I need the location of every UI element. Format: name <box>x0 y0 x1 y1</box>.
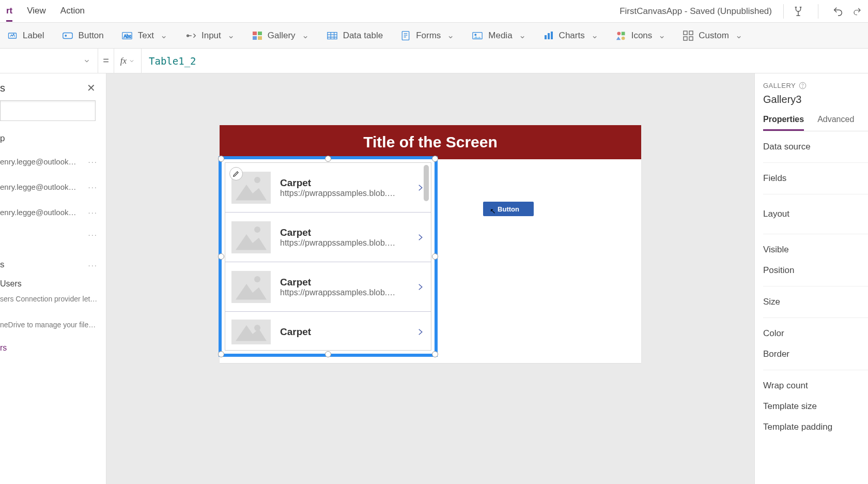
svg-point-17 <box>617 32 621 35</box>
divider <box>818 4 818 19</box>
connector-users-title[interactable]: Users <box>0 275 101 294</box>
gallery-row[interactable]: Carpet https://pwrappssamples.blob.core. <box>225 213 431 262</box>
ribbon-media[interactable]: Media ⌄ <box>472 30 525 41</box>
menu-action[interactable]: Action <box>60 1 85 22</box>
left-panel-search[interactable] <box>0 100 96 121</box>
gallery-item-sub: https://pwrappssamples.blob.core. <box>280 288 399 297</box>
ribbon-text[interactable]: Abc Text ⌄ <box>121 30 167 41</box>
more-icon[interactable]: ··· <box>88 157 98 166</box>
more-icon[interactable]: ··· <box>88 230 98 239</box>
ribbon-custom-text: Custom <box>699 31 729 41</box>
left-data-panel: s ✕ p enry.legge@outlook.com··· enry.leg… <box>0 73 106 484</box>
prop-size[interactable]: Size <box>763 286 868 318</box>
gallery-item-title: Carpet <box>280 277 406 288</box>
gallery-selected[interactable]: Carpet https://pwrappssamples.blob.core.… <box>219 156 438 357</box>
ribbon-input-text: Input <box>202 31 221 41</box>
svg-rect-22 <box>684 37 687 40</box>
more-icon[interactable]: ··· <box>88 208 98 217</box>
ribbon-forms-text: Forms <box>416 31 441 41</box>
gallery-item-sub: https://pwrappssamples.blob.core. <box>280 238 399 248</box>
ribbon-gallery[interactable]: Gallery ⌄ <box>252 30 309 41</box>
gallery-scrollbar[interactable] <box>424 165 429 201</box>
app-checker-icon[interactable] <box>789 2 808 21</box>
ribbon-input[interactable]: Input ⌄ <box>185 30 235 41</box>
gallery-item-title: Carpet <box>280 177 406 189</box>
redo-icon[interactable] <box>853 2 862 21</box>
prop-template-padding[interactable]: Template padding <box>763 417 868 437</box>
gallery-row[interactable]: Carpet https://pwrappssamples.blob.core. <box>225 163 431 213</box>
svg-point-19 <box>622 36 625 40</box>
formula-bar: = fx Table1_2 <box>0 49 868 73</box>
gallery-item-title: Carpet <box>280 227 406 238</box>
chevron-down-icon: ⌄ <box>160 30 167 41</box>
prop-template-size[interactable]: Template size <box>763 396 868 417</box>
more-icon[interactable]: ··· <box>88 183 98 191</box>
pencil-icon[interactable] <box>229 167 243 180</box>
chevron-down-icon: ⌄ <box>591 30 598 41</box>
prop-position[interactable]: Position <box>763 260 868 286</box>
undo-icon[interactable] <box>829 2 847 21</box>
ribbon-icons-text: Icons <box>631 31 653 41</box>
svg-rect-21 <box>689 31 693 35</box>
app-menubar: rt View Action FirstCanvasApp - Saved (U… <box>0 0 868 23</box>
connector-users-sub: sers Connection provider lets you ... <box>0 294 98 312</box>
prop-fields[interactable]: Fields <box>763 163 868 194</box>
formula-input[interactable]: Table1_2 <box>142 49 868 73</box>
app-screen[interactable]: Title of the Screen Button <box>220 125 641 363</box>
list-item[interactable]: enry.legge@outlook.com <box>0 183 78 191</box>
fx-label: fx <box>120 56 127 66</box>
prop-layout[interactable]: Layout <box>763 194 868 234</box>
gallery-item-title: Carpet <box>280 326 406 338</box>
canvas-area[interactable]: Title of the Screen Button <box>106 73 754 484</box>
left-group-1-title: p <box>0 130 101 149</box>
left-group-2-title: s <box>0 260 5 270</box>
chevron-right-icon[interactable] <box>415 280 425 294</box>
prop-data-source[interactable]: Data source <box>763 131 868 163</box>
tab-advanced[interactable]: Advanced <box>817 112 854 131</box>
chevron-right-icon[interactable] <box>415 231 425 244</box>
ribbon-label[interactable]: Label <box>7 31 44 41</box>
image-placeholder-icon <box>231 320 271 344</box>
svg-rect-15 <box>548 33 550 39</box>
ribbon-forms[interactable]: Forms ⌄ <box>400 30 454 41</box>
property-selector[interactable] <box>0 49 98 73</box>
ribbon-button[interactable]: Button <box>62 31 104 41</box>
ribbon-datatable[interactable]: Data table <box>327 31 383 41</box>
chevron-down-icon: ⌄ <box>519 30 526 41</box>
ribbon-text-text: Text <box>138 31 154 41</box>
prop-border[interactable]: Border <box>763 344 868 370</box>
close-icon[interactable]: ✕ <box>87 82 96 94</box>
equals-sign: = <box>98 55 114 67</box>
tab-properties[interactable]: Properties <box>763 112 804 131</box>
list-item[interactable]: enry.legge@outlook.com <box>0 208 78 217</box>
ribbon-custom[interactable]: Custom ⌄ <box>683 30 742 41</box>
ribbon-charts[interactable]: Charts ⌄ <box>544 30 598 41</box>
help-icon[interactable] <box>799 82 807 89</box>
list-item[interactable]: enry.legge@outlook.com <box>0 157 78 166</box>
gallery-row[interactable]: Carpet https://pwrappssamples.blob.core. <box>225 262 431 312</box>
chevron-down-icon: ⌄ <box>658 30 665 41</box>
chevron-down-icon: ⌄ <box>447 30 454 41</box>
chevron-down-icon: ⌄ <box>735 30 742 41</box>
chevron-right-icon[interactable] <box>415 325 425 339</box>
properties-panel: GALLERY Gallery3 Properties Advanced Dat… <box>754 73 868 484</box>
ribbon-label-text: Label <box>23 31 44 41</box>
ribbon-icons[interactable]: Icons ⌄ <box>616 30 666 41</box>
svg-point-2 <box>65 35 66 36</box>
control-name[interactable]: Gallery3 <box>763 94 868 105</box>
left-panel-link[interactable]: rs <box>0 338 101 358</box>
prop-wrap-count[interactable]: Wrap count <box>763 370 868 396</box>
menu-insert[interactable]: rt <box>6 1 12 22</box>
gallery-row[interactable]: Carpet <box>225 312 431 351</box>
menu-view[interactable]: View <box>27 1 46 22</box>
canvas-button[interactable]: Button <box>483 202 534 216</box>
image-placeholder-icon <box>231 271 271 303</box>
control-type-label: GALLERY <box>763 82 868 89</box>
more-icon[interactable]: ··· <box>88 261 98 269</box>
gallery-item-sub: https://pwrappssamples.blob.core. <box>280 189 399 198</box>
prop-visible[interactable]: Visible <box>763 234 868 260</box>
fx-button[interactable]: fx <box>114 49 142 73</box>
left-panel-title: s <box>0 82 5 94</box>
prop-color[interactable]: Color <box>763 318 868 344</box>
svg-rect-1 <box>63 33 72 38</box>
